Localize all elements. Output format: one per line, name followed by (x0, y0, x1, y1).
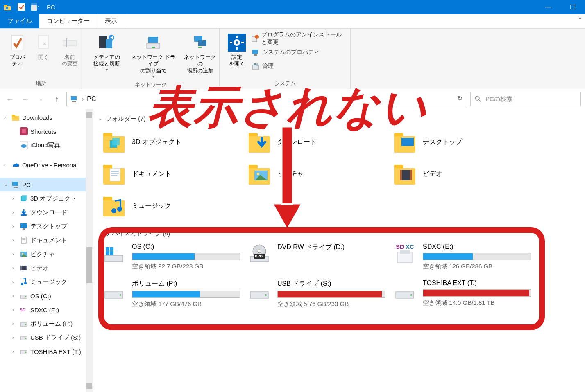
tree-twisty-icon[interactable]: › (12, 196, 17, 201)
desktop-icon (20, 222, 28, 230)
breadcrumb[interactable]: PC (87, 95, 96, 103)
tree-item[interactable]: ›デスクトップ (0, 219, 93, 233)
tree-twisty-icon[interactable]: › (12, 237, 17, 243)
tree-twisty-icon[interactable]: › (4, 162, 9, 168)
tree-item[interactable]: ›Downloads (0, 110, 93, 124)
tab-file[interactable]: ファイル (0, 14, 39, 28)
tree-twisty-icon[interactable]: › (12, 251, 17, 257)
maximize-button[interactable]: ☐ (560, 0, 585, 14)
svg-rect-25 (241, 42, 244, 43)
tree-item[interactable]: ›OneDrive - Personal (0, 158, 93, 172)
tree-twisty-icon[interactable]: ⌄ (4, 182, 9, 187)
folder-icon (394, 163, 415, 185)
tree-twisty-icon[interactable]: › (12, 210, 17, 215)
tree-twisty-icon[interactable]: › (12, 335, 17, 340)
nav-tree[interactable]: ›DownloadsShortcutsiCloud写真›OneDrive - P… (0, 109, 93, 392)
tree-item[interactable]: ›ボリューム (P:) (0, 317, 93, 331)
svg-rect-50 (21, 237, 26, 243)
svg-rect-48 (20, 223, 27, 228)
tree-twisty-icon[interactable]: › (12, 349, 17, 354)
tree-twisty-icon[interactable]: › (12, 293, 17, 299)
tree-twisty-icon[interactable]: › (12, 321, 17, 327)
folder-label: ビデオ (423, 170, 442, 178)
tree-item[interactable]: ›ダウンロード (0, 205, 93, 219)
add-network-location-button[interactable]: ネットワークの 場所の追加 (179, 32, 220, 80)
folder-item[interactable]: ドキュメント (103, 162, 249, 186)
svg-rect-14 (148, 37, 158, 43)
properties-icon (8, 34, 26, 52)
map-drive-button[interactable]: ネットワーク ドライブ の割り当て ▾ (127, 32, 179, 80)
tree-item[interactable]: ›SDSDXC (E:) (0, 303, 93, 317)
properties-qat-icon[interactable] (17, 3, 25, 11)
svg-line-36 (479, 100, 481, 102)
svg-rect-79 (400, 170, 402, 180)
svg-rect-47 (21, 214, 27, 216)
tree-item-label: OS (C:) (30, 293, 51, 300)
tree-item[interactable]: ›TOSHIBA EXT (T:) (0, 345, 93, 358)
svg-rect-33 (71, 96, 77, 100)
minimize-button[interactable]: — (536, 0, 560, 14)
tree-twisty-icon[interactable]: › (12, 279, 17, 285)
tree-twisty-icon[interactable]: › (12, 223, 17, 229)
ribbon-group-network: メディアの 接続と切断 ▾ ネットワーク ドライブ の割り当て ▾ ネットワーク… (82, 29, 220, 89)
video-icon (20, 264, 28, 272)
search-box[interactable]: PCの検索 (470, 92, 581, 106)
manage-icon (252, 62, 260, 70)
sd-icon: SD (20, 306, 28, 314)
nav-forward-button[interactable]: → (20, 93, 31, 105)
folder-label: ミュージック (132, 202, 171, 210)
nav-up-button[interactable]: ↑ (51, 93, 62, 105)
tree-item-label: OneDrive - Personal (22, 162, 78, 169)
tree-scrollbar[interactable] (86, 109, 93, 392)
nav-back-button[interactable]: ← (4, 93, 16, 105)
open-button[interactable]: 開く (30, 32, 57, 79)
qat-dropdown-icon[interactable] (31, 3, 39, 11)
tree-item[interactable]: ›ミュージック (0, 275, 93, 289)
tree-item-label: ダウンロード (30, 209, 67, 216)
folder-item[interactable]: ダウンロード (249, 130, 394, 154)
svg-point-61 (25, 296, 27, 297)
tree-item[interactable]: ›ビデオ (0, 261, 93, 275)
media-connect-button[interactable]: メディアの 接続と切断 ▾ (86, 32, 127, 80)
tree-item[interactable]: iCloud写真 (0, 138, 93, 152)
doc-icon (20, 236, 28, 244)
folder-item[interactable]: ビデオ (394, 162, 540, 186)
folder-item[interactable]: ピクチャ (249, 162, 394, 186)
svg-rect-80 (410, 170, 412, 180)
properties-button[interactable]: プロパティ (4, 32, 30, 79)
tree-item-label: iCloud写真 (30, 142, 60, 149)
tree-item-label: デスクトップ (30, 223, 67, 230)
tab-view[interactable]: 表示 (98, 14, 125, 28)
svg-rect-31 (254, 63, 256, 65)
folder-item[interactable]: 3D オブジェクト (103, 130, 249, 154)
tree-item[interactable]: ⌄PC (0, 178, 93, 191)
manage-button[interactable]: 管理 (250, 61, 346, 72)
tree-item[interactable]: ›USB ドライブ (S:) (0, 331, 93, 345)
recent-locations-button[interactable]: ⌄ (35, 93, 47, 105)
tree-item[interactable]: ›ドキュメント (0, 233, 93, 247)
folder-item[interactable]: デスクトップ (394, 130, 540, 154)
tree-item-label: ビデオ (30, 264, 49, 272)
tree-item-label: Downloads (22, 114, 52, 121)
tree-item[interactable]: Shortcuts (0, 124, 93, 138)
tree-item-label: ピクチャ (30, 250, 55, 258)
open-settings-button[interactable]: 設定 を開く (224, 32, 250, 79)
tree-twisty-icon[interactable]: › (4, 115, 9, 120)
tree-twisty-icon[interactable]: › (12, 265, 17, 271)
refresh-button[interactable]: ↻ (457, 95, 463, 102)
ribbon-group-location: プロパティ 開く 名前 の変更 場所 (0, 29, 82, 89)
folder-label: 3D オブジェクト (132, 138, 181, 146)
system-properties-button[interactable]: システムのプロパティ (250, 47, 346, 58)
svg-rect-46 (22, 195, 27, 200)
tree-item[interactable]: ›ピクチャ (0, 247, 93, 261)
folder-label: デスクトップ (423, 138, 462, 146)
uninstall-programs-button[interactable]: プログラムのアンインストールと変更 (250, 33, 346, 44)
rename-button[interactable]: 名前 の変更 (57, 32, 83, 79)
tree-item[interactable]: ›OS (C:) (0, 289, 93, 303)
onedrive-icon (11, 161, 20, 169)
tree-twisty-icon[interactable]: › (12, 307, 17, 313)
tab-computer[interactable]: コンピューター (39, 14, 98, 28)
tree-item[interactable]: ›3D オブジェクト (0, 191, 93, 205)
folder-item[interactable]: ミュージック (103, 194, 249, 218)
collapse-ribbon-icon[interactable]: ˄ (578, 16, 582, 24)
